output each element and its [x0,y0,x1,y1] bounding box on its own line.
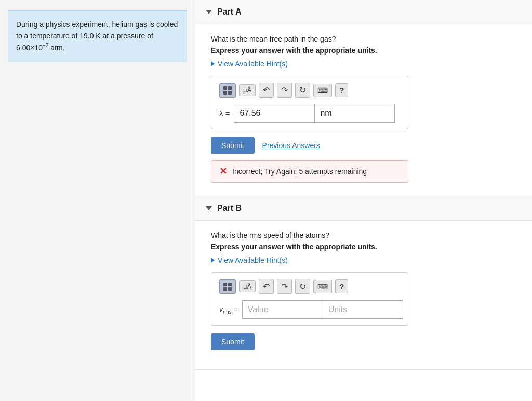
left-panel: During a physics experiment, helium gas … [0,0,195,401]
part-a-answer-box: μÅ ↶ ↷ ↻ ⌨ ? [211,76,408,129]
redo-icon-b: ↷ [281,282,288,291]
part-a-previous-link[interactable]: Previous Answers [262,141,320,150]
error-icon: ✕ [219,166,227,177]
part-a-input-row: λ = [219,104,400,123]
part-b-reset-button[interactable]: ↻ [295,279,310,294]
part-b-collapse-arrow [206,206,212,210]
part-b-value-input[interactable] [242,300,323,319]
hint-a-arrow-icon [211,61,215,66]
reset-icon: ↻ [299,85,306,95]
part-b-mu-button[interactable]: μÅ [239,280,256,292]
part-b-toolbar: μÅ ↶ ↷ ↻ ⌨ ? [219,279,400,294]
part-a-redo-button[interactable]: ↷ [277,83,292,98]
undo-icon: ↶ [263,85,270,95]
part-a-undo-button[interactable]: ↶ [259,83,274,98]
part-a-error-text: Incorrect; Try Again; 5 attempts remaini… [232,167,367,176]
part-b-input-row: vrms = [219,300,400,319]
part-a-express: Express your answer with the appropriate… [211,46,516,55]
reset-icon-b: ↻ [299,282,306,291]
part-b-units-input[interactable] [323,300,403,319]
part-a-reset-button[interactable]: ↻ [295,83,310,98]
part-a-mu-button[interactable]: μÅ [239,84,256,96]
lambda-label: λ = [219,109,230,118]
help-icon-b: ? [339,282,344,291]
part-a-header[interactable]: Part A [195,0,532,24]
part-b-header[interactable]: Part B [195,196,532,221]
problem-text: During a physics experiment, helium gas … [16,20,178,52]
part-a-hint-link[interactable]: View Available Hint(s) [211,60,516,68]
hint-b-arrow-icon [211,258,215,263]
part-a-section: Part A What is the mean free path in the… [195,0,532,196]
part-b-grid-button[interactable] [219,279,236,294]
part-a-content: What is the mean free path in the gas? E… [195,24,532,196]
part-a-help-button[interactable]: ? [335,83,348,97]
part-b-content: What is the rms speed of the atoms? Expr… [195,221,532,369]
part-a-grid-button[interactable] [219,83,236,98]
part-a-submit-row: Submit Previous Answers [211,137,516,154]
part-b-section: Part B What is the rms speed of the atom… [195,196,532,370]
part-b-hint-link[interactable]: View Available Hint(s) [211,256,516,264]
part-a-error-box: ✕ Incorrect; Try Again; 5 attempts remai… [211,160,408,183]
keyboard-icon-b: ⌨ [317,283,328,291]
part-b-keyboard-button[interactable]: ⌨ [313,280,332,293]
redo-icon: ↷ [281,85,288,95]
part-a-title: Part A [217,7,242,17]
part-b-express: Express your answer with the appropriate… [211,243,516,251]
part-b-submit-row: Submit [211,333,516,350]
part-a-question: What is the mean free path in the gas? [211,35,516,43]
part-b-answer-box: μÅ ↶ ↷ ↻ ⌨ ? [211,272,408,326]
help-icon: ? [339,86,344,95]
part-a-value-input[interactable] [234,104,314,123]
part-b-hint-label: View Available Hint(s) [218,256,288,264]
right-panel: Part A What is the mean free path in the… [195,0,532,401]
part-a-toolbar: μÅ ↶ ↷ ↻ ⌨ ? [219,83,400,98]
part-a-hint-label: View Available Hint(s) [218,60,288,68]
part-a-keyboard-button[interactable]: ⌨ [313,84,332,97]
keyboard-icon: ⌨ [317,86,328,95]
part-a-submit-button[interactable]: Submit [211,137,255,154]
grid-icon-b [223,283,232,291]
part-b-title: Part B [217,204,242,213]
part-a-units-input[interactable] [314,104,395,123]
undo-icon-b: ↶ [263,282,270,291]
vrms-label: vrms = [219,305,238,315]
grid-icon [223,86,232,95]
part-b-undo-button[interactable]: ↶ [259,279,274,294]
problem-statement: During a physics experiment, helium gas … [8,10,187,62]
part-b-help-button[interactable]: ? [335,279,348,293]
part-a-collapse-arrow [206,10,212,14]
part-b-question: What is the rms speed of the atoms? [211,231,516,239]
part-b-redo-button[interactable]: ↷ [277,279,292,294]
part-b-submit-button[interactable]: Submit [211,333,255,350]
